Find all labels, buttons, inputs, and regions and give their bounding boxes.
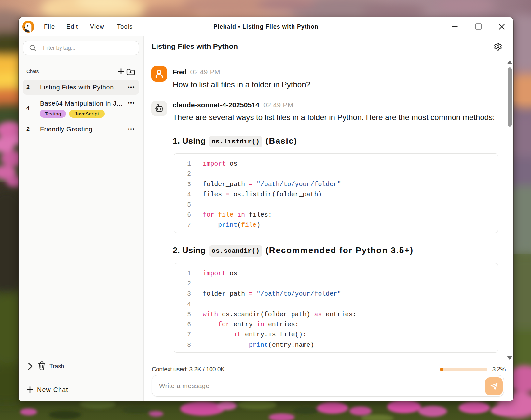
svg-text:Trash: Trash (49, 363, 64, 370)
svg-text:New Chat: New Chat (37, 386, 68, 393)
